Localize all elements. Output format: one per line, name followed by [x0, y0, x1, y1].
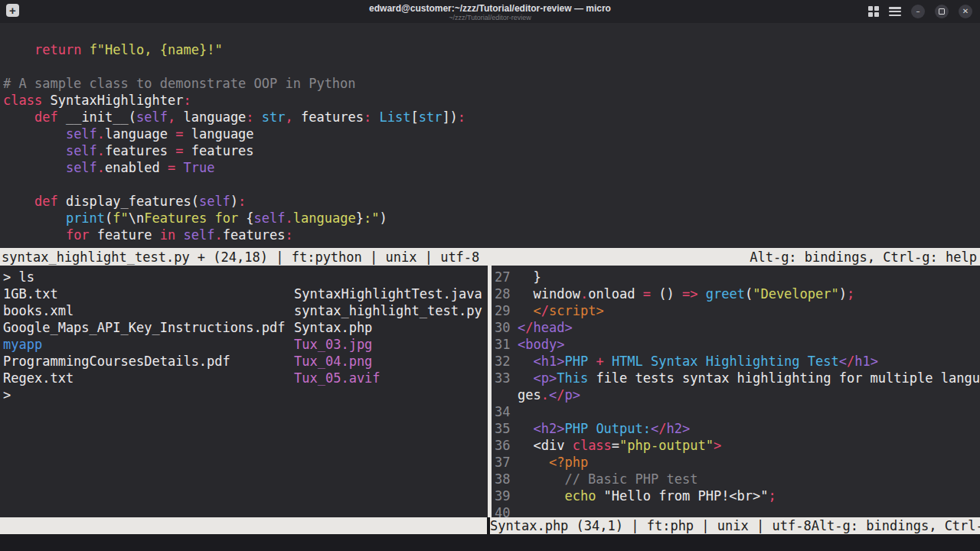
- code-token: ,: [168, 109, 175, 125]
- code-token: <div: [518, 438, 573, 453]
- code-token: [175, 227, 183, 243]
- minimize-button[interactable]: –: [911, 5, 925, 18]
- terminal-line[interactable]: [3, 454, 488, 471]
- code-token: self: [66, 160, 97, 175]
- code-token: /: [658, 421, 666, 436]
- code-token: (: [105, 210, 113, 226]
- code-token: [371, 109, 379, 125]
- code-line[interactable]: 37 <?php: [495, 454, 980, 471]
- terminal-line[interactable]: > ls: [3, 269, 488, 285]
- code-token: p>: [564, 387, 580, 403]
- desktop-strip: [0, 534, 980, 551]
- code-line[interactable]: for feature in self.features:: [3, 227, 980, 243]
- terminal-line[interactable]: [3, 437, 488, 454]
- titlebar[interactable]: + edward@customer:~/zzz/Tutorial/editor-…: [0, 0, 980, 23]
- code-line[interactable]: def display_features(self):: [3, 193, 980, 210]
- terminal-line[interactable]: books.xmlsyntax_highlight_test.py: [3, 302, 488, 319]
- grid-layout-button[interactable]: [868, 6, 879, 17]
- terminal-line[interactable]: [3, 403, 488, 420]
- code-line[interactable]: 33 <p>This file tests syntax highlightin…: [495, 370, 980, 386]
- close-button[interactable]: ✕: [959, 5, 972, 18]
- terminal-line[interactable]: [3, 487, 488, 504]
- code-token: ,: [286, 109, 293, 125]
- code-token: [175, 160, 183, 175]
- code-token: :": [364, 210, 379, 226]
- terminal-line[interactable]: [3, 471, 488, 487]
- terminal-line[interactable]: 1GB.txtSyntaxHighlightTest.java: [3, 285, 488, 302]
- terminal-line[interactable]: >: [3, 386, 488, 403]
- python-editor-pane[interactable]: return f"Hello, {name}!" # A sample clas…: [0, 23, 980, 248]
- code-token: "Hello from PHP!<br>": [596, 488, 768, 504]
- close-icon: ✕: [962, 8, 969, 15]
- code-token: features: [105, 143, 175, 158]
- code-token: self: [199, 194, 230, 209]
- code-line[interactable]: 36 <div class="php-output">: [495, 437, 980, 454]
- plus-icon: +: [9, 5, 16, 16]
- code-token: +: [596, 354, 603, 369]
- code-line[interactable]: [3, 24, 980, 41]
- code-token: display_features(: [58, 194, 199, 209]
- code-token: [3, 42, 34, 57]
- code-line[interactable]: self.language = language: [3, 126, 980, 142]
- code-token: features: [293, 109, 364, 125]
- code-token: This: [557, 370, 588, 386]
- code-line[interactable]: # A sample class to demonstrate OOP in P…: [3, 75, 980, 92]
- code-line[interactable]: 34: [495, 403, 980, 420]
- code-token: /: [557, 387, 564, 403]
- code-line[interactable]: class SyntaxHighlighter:: [3, 92, 980, 109]
- code-line[interactable]: 39 echo "Hello from PHP!<br>";: [495, 487, 980, 504]
- code-token: "php-output": [619, 438, 714, 453]
- code-token: <?php: [518, 455, 588, 470]
- code-token: [3, 160, 66, 175]
- code-line[interactable]: 32 <h1>PHP + HTML Syntax Highlighting Te…: [495, 353, 980, 370]
- code-line[interactable]: 35 <h2>PHP Output:</h2>: [495, 420, 980, 437]
- code-token: str: [262, 109, 286, 125]
- terminal-pane[interactable]: > ls1GB.txtSyntaxHighlightTest.javabooks…: [0, 266, 488, 517]
- terminal-line[interactable]: myappTux_03.jpg: [3, 336, 488, 353]
- line-number: 35: [495, 420, 518, 437]
- maximize-button[interactable]: [935, 5, 949, 18]
- code-line[interactable]: def __init__(self, language: str, featur…: [3, 109, 980, 126]
- bottom-split: > ls1GB.txtSyntaxHighlightTest.javabooks…: [0, 266, 980, 517]
- terminal-line[interactable]: ProgrammingCoursesDetails.pdfTux_04.png: [3, 353, 488, 370]
- code-token: Features for: [144, 210, 246, 226]
- menu-button[interactable]: [889, 7, 901, 16]
- maximize-icon: [939, 8, 945, 15]
- terminal-line[interactable]: [3, 420, 488, 437]
- php-editor-pane[interactable]: 27 }28 window.onload = () => greet("Deve…: [492, 266, 980, 517]
- code-line[interactable]: print(f"\nFeatures for {self.language}:"…: [3, 210, 980, 227]
- code-line[interactable]: 38 // Basic PHP test: [495, 471, 980, 487]
- code-line[interactable]: [3, 58, 980, 75]
- code-token: features: [223, 227, 286, 243]
- code-line[interactable]: 27 }: [495, 269, 980, 285]
- code-line[interactable]: return f"Hello, {name}!": [3, 41, 980, 58]
- line-number: 30: [495, 319, 518, 336]
- code-line[interactable]: ges.</p>: [495, 386, 980, 403]
- code-line[interactable]: 31<body>: [495, 336, 980, 353]
- line-number: 27: [495, 269, 518, 285]
- code-line[interactable]: self.features = features: [3, 142, 980, 159]
- terminal-line[interactable]: Regex.txtTux_05.avif: [3, 370, 488, 386]
- code-token: ): [839, 286, 847, 302]
- code-line[interactable]: self.enabled = True: [3, 159, 980, 176]
- code-token: [518, 354, 533, 369]
- code-token: <: [518, 303, 541, 318]
- code-token: Syntax.php: [294, 319, 372, 336]
- code-line[interactable]: [3, 176, 980, 193]
- code-token: books.xml: [3, 303, 74, 318]
- code-token: 1GB.txt: [3, 286, 58, 302]
- code-token: return: [34, 42, 81, 57]
- new-tab-button[interactable]: +: [6, 4, 19, 17]
- code-line[interactable]: 40: [495, 504, 980, 517]
- code-token: [518, 370, 533, 386]
- code-token: [: [410, 109, 418, 125]
- terminal-line[interactable]: Google_Maps_API_Key_Instructions.pdfSynt…: [3, 319, 488, 336]
- code-token: [3, 210, 66, 226]
- code-token: language: [175, 109, 246, 125]
- code-token: [81, 42, 89, 57]
- code-line[interactable]: 29 </script>: [495, 302, 980, 319]
- terminal-line[interactable]: [3, 504, 488, 517]
- code-token: }: [356, 210, 364, 226]
- code-line[interactable]: 28 window.onload = () => greet("Develope…: [495, 285, 980, 302]
- code-line[interactable]: 30</head>: [495, 319, 980, 336]
